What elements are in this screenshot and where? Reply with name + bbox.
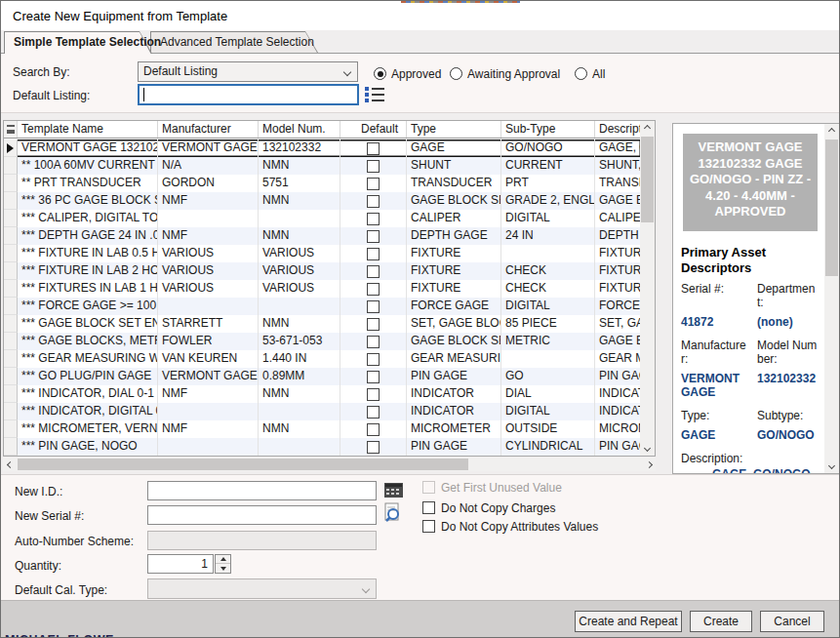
default-listing-input[interactable] [138, 84, 359, 105]
table-cell-default [340, 140, 407, 157]
default-checkbox[interactable] [367, 371, 380, 383]
table-row[interactable]: *** GO PLUG/PIN GAGEVERMONT GAGE0.89MMPI… [4, 368, 641, 385]
tab-advanced-template-selection[interactable]: Advanced Template Selection [150, 31, 318, 53]
row-selector-cell[interactable] [4, 350, 18, 368]
table-row[interactable]: ** PRT TRANSDUCERGORDON5751TRANSDUCERPRT… [4, 175, 641, 192]
tab-simple-template-selection[interactable]: Simple Template Selection [4, 31, 152, 54]
clipped-status-text: MICHAEL FLOWE [5, 633, 415, 638]
column-header-template-name[interactable]: Template Name [18, 121, 158, 138]
stepper-down-button[interactable] [216, 564, 230, 573]
table-row[interactable]: *** GAGE BLOCKS, METRICFOWLER53-671-053G… [4, 333, 641, 350]
default-checkbox[interactable] [367, 142, 380, 155]
table-row[interactable]: *** FORCE GAGE >= 100 LBFORCE GAGEDIGITA… [4, 298, 641, 315]
default-checkbox[interactable] [367, 178, 380, 190]
cancel-button[interactable]: Cancel [760, 611, 824, 632]
table-horizontal-scrollbar[interactable] [3, 458, 656, 471]
row-selector-cell[interactable] [4, 140, 18, 157]
table-corner-cell[interactable] [4, 121, 18, 138]
table-cell-default [340, 210, 407, 227]
column-header-manufacturer[interactable]: Manufacturer [158, 121, 259, 138]
default-checkbox[interactable] [367, 230, 380, 243]
table-row[interactable]: *** INDICATOR, DIAL 0-1 INNMFNMNINDICATO… [4, 385, 641, 403]
table-cell-type: SHUNT [407, 157, 501, 175]
table-row[interactable]: *** MICROMETER, VERNIERNMFNMNMICROMETERO… [4, 420, 641, 438]
scrollbar-thumb[interactable] [641, 137, 654, 222]
scroll-up-button[interactable] [824, 124, 839, 139]
table-row[interactable]: *** 36 PC GAGE BLOCK SETNMFNMNGAGE BLOCK… [4, 192, 641, 210]
table-cell-type: PIN GAGE [407, 368, 501, 385]
row-selector-cell[interactable] [4, 385, 18, 403]
default-checkbox[interactable] [367, 283, 380, 296]
table-cell-type: FIXTURE [407, 245, 501, 262]
default-checkbox[interactable] [367, 318, 380, 331]
column-header-model-num[interactable]: Model Num. [259, 121, 340, 138]
table-row[interactable]: *** INDICATOR, DIGITAL 0.0001INDICATORDI… [4, 403, 641, 420]
row-selector-cell[interactable] [4, 438, 18, 456]
default-checkbox[interactable] [367, 423, 380, 436]
column-header-default[interactable]: Default [340, 121, 407, 138]
scroll-down-button[interactable] [824, 459, 839, 473]
new-id-input[interactable] [147, 481, 377, 500]
table-row[interactable]: *** DEPTH GAGE 24 IN .001NMFNMNDEPTH GAG… [4, 227, 641, 245]
row-selector-cell[interactable] [4, 192, 18, 210]
listing-options-icon[interactable] [365, 86, 384, 102]
default-checkbox[interactable] [367, 248, 380, 260]
column-header-sub-type[interactable]: Sub-Type [501, 121, 595, 138]
default-checkbox[interactable] [367, 336, 380, 348]
create-button[interactable]: Create [690, 611, 752, 632]
row-selector-cell[interactable] [4, 333, 18, 350]
default-checkbox[interactable] [367, 353, 380, 366]
scrollbar-thumb[interactable] [825, 140, 838, 276]
table-row[interactable]: *** GAGE BLOCK SET ENGLISHSTARRETTNMNSET… [4, 315, 641, 333]
id-grid-icon[interactable] [384, 483, 403, 498]
preview-scrollbar[interactable] [824, 124, 839, 473]
quantity-input[interactable]: 1 [147, 554, 214, 574]
scroll-down-button[interactable] [640, 441, 655, 456]
new-serial-input[interactable] [147, 505, 377, 525]
row-selector-cell[interactable] [4, 403, 18, 420]
table-row[interactable]: *** FIXTURES IN LAB 1 HOURVARIOUSVARIOUS… [4, 280, 641, 298]
default-checkbox[interactable] [367, 213, 380, 225]
table-row[interactable]: *** FIXTURE IN LAB 2 HOURVARIOUSVARIOUSF… [4, 262, 641, 280]
table-row[interactable]: *** GEAR MEASURING WIRESVAN KEUREN1.440 … [4, 350, 641, 368]
table-cell-subtype: METRIC [501, 333, 595, 350]
table-row[interactable]: *** CALIPER, DIGITAL TO 18 INCALIPERDIGI… [4, 210, 641, 227]
row-selector-cell[interactable] [4, 280, 18, 298]
column-header-type[interactable]: Type [407, 121, 501, 138]
default-checkbox[interactable] [367, 388, 380, 401]
scroll-right-button[interactable] [642, 458, 656, 471]
row-selector-cell[interactable] [4, 175, 18, 192]
default-checkbox[interactable] [367, 265, 380, 278]
table-row[interactable]: *** FIXTURE IN LAB 0.5 HOURVARIOUSVARIOU… [4, 245, 641, 262]
default-checkbox[interactable] [367, 406, 380, 419]
table-row[interactable]: ** 100A 60MV CURRENT SHUNTN/ANMNSHUNTCUR… [4, 157, 641, 175]
table-row[interactable]: VERMONT GAGE 132102332VERMONT GAGE132102… [4, 140, 641, 157]
row-selector-cell[interactable] [4, 227, 18, 245]
stepper-up-button[interactable] [216, 555, 230, 564]
row-selector-cell[interactable] [4, 298, 18, 315]
row-selector-cell[interactable] [4, 157, 18, 175]
text-caret [143, 88, 144, 101]
scroll-left-button[interactable] [3, 458, 17, 471]
table-vertical-scrollbar[interactable] [640, 121, 655, 456]
row-selector-cell[interactable] [4, 245, 18, 262]
scroll-up-button[interactable] [640, 121, 655, 136]
row-selector-cell[interactable] [4, 420, 18, 438]
create-and-repeat-button[interactable]: Create and Repeat [575, 611, 682, 632]
table-row[interactable]: *** PIN GAGE, NOGOPIN GAGECYLINDRICALPIN… [4, 438, 641, 456]
row-selector-cell[interactable] [4, 210, 18, 227]
default-checkbox[interactable] [367, 195, 380, 208]
quantity-stepper[interactable] [215, 554, 231, 574]
row-selector-cell[interactable] [4, 368, 18, 385]
row-selector-cell[interactable] [4, 315, 18, 333]
default-checkbox[interactable] [367, 441, 380, 454]
table-cell-subtype: DIGITAL [501, 298, 595, 315]
scrollbar-thumb[interactable] [18, 459, 468, 470]
default-checkbox[interactable] [367, 300, 380, 313]
serial-lookup-icon[interactable] [383, 502, 402, 523]
search-by-select[interactable]: Default Listing [138, 61, 358, 82]
default-checkbox[interactable] [367, 160, 380, 173]
table-cell-default [340, 192, 407, 210]
row-selector-cell[interactable] [4, 262, 18, 280]
column-header-description[interactable]: Description [595, 121, 641, 138]
